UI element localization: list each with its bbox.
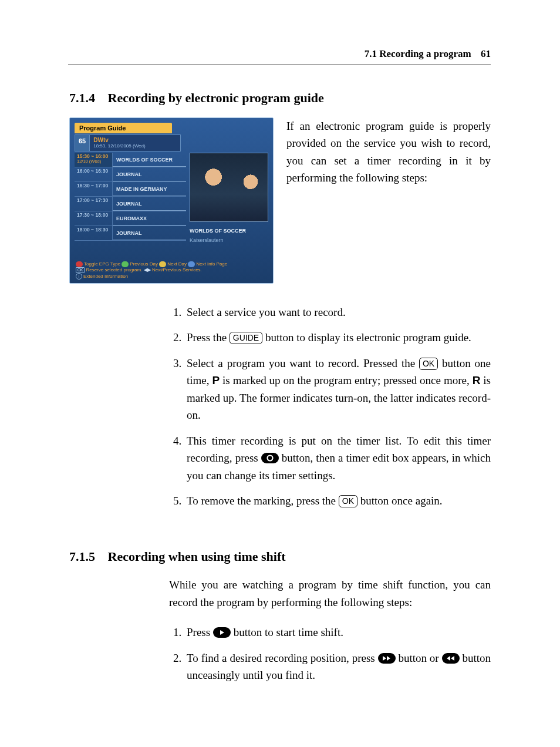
r-mark: R — [473, 374, 481, 386]
svg-marker-4 — [447, 656, 450, 661]
yellow-pill-icon — [159, 261, 166, 267]
header-page-number: 61 — [481, 48, 491, 59]
fast-forward-button-icon — [378, 653, 396, 664]
epg-channel-number: 65 — [75, 134, 90, 152]
step-4: This timer recording is put on the timer… — [184, 432, 491, 484]
epg-row-program: EUROMAXX — [113, 211, 186, 226]
epg-row-time: 18:00 ~ 18:30 — [75, 226, 113, 240]
svg-point-0 — [267, 456, 272, 461]
epg-program-list: 15:30 ~ 16:0012/10 (Wed) WORLDS OF SOCCE… — [75, 153, 186, 243]
epg-row-time: 17:30 ~ 18:00 — [75, 211, 113, 226]
epg-row-program: JOURNAL — [113, 226, 186, 240]
epg-channel-name: DWtv — [93, 137, 109, 143]
red-pill-icon — [76, 261, 83, 267]
svg-marker-2 — [383, 656, 386, 661]
steps-715: Press button to start time shift. To fin… — [169, 624, 491, 684]
section-7-1-5-heading: 7.1.5 Recording when using time shift — [69, 549, 491, 564]
section-title: Recording by electronic program guide — [108, 90, 324, 105]
epg-row: 17:00 ~ 17:30 JOURNAL — [75, 197, 186, 211]
epg-row-program: WORLDS OF SOCCER — [113, 153, 186, 167]
step-1: Press button to start time shift. — [184, 624, 491, 641]
epg-row-time: 17:00 ~ 17:30 — [75, 197, 113, 211]
guide-keycap: GUIDE — [230, 332, 262, 344]
step-5: To remove the marking, press the OK butt… — [184, 492, 491, 509]
ok-keycap: OK — [339, 495, 357, 507]
svg-marker-5 — [451, 656, 454, 661]
epg-row-date: 12/10 (Wed) — [77, 159, 110, 164]
blue-pill-icon — [188, 261, 195, 267]
ok-key-icon: OK — [76, 267, 85, 273]
info-key-icon: i — [76, 273, 82, 280]
epg-row: 17:30 ~ 18:00 EUROMAXX — [75, 211, 186, 226]
step-2: To find a desired recording position, pr… — [184, 650, 491, 684]
epg-row-program: JOURNAL — [113, 167, 186, 181]
intro-paragraph-714: If an electronic program guide is proper… — [286, 117, 491, 284]
svg-marker-3 — [387, 656, 390, 661]
section-7-1-4-heading: 7.1.4 Recording by electronic program gu… — [69, 90, 491, 106]
epg-preview-title: WORLDS OF SOCCER — [190, 228, 268, 234]
step-2: Press the GUIDE button to display its el… — [184, 329, 491, 346]
epg-row: 15:30 ~ 16:0012/10 (Wed) WORLDS OF SOCCE… — [75, 153, 186, 167]
header-section: 7.1 Recording a program — [365, 48, 471, 59]
epg-screenshot: Program Guide 65 DWtv 18:53, 12/10/2005 … — [69, 117, 274, 284]
ok-keycap: OK — [419, 358, 438, 370]
play-button-icon — [213, 627, 231, 638]
intro-paragraph-715: While you are watching a program by time… — [169, 576, 491, 611]
epg-row-program: MADE IN GERMANY — [113, 182, 186, 196]
green-pill-icon — [122, 261, 129, 267]
epg-legend: Toggle EPG Type Previous Day Next Day Ne… — [76, 261, 227, 280]
epg-row-program: JOURNAL — [113, 197, 186, 211]
epg-row-time: 16:30 ~ 17:00 — [75, 182, 113, 196]
epg-row: 16:30 ~ 17:00 MADE IN GERMANY — [75, 182, 186, 197]
section-number: 7.1.4 — [69, 90, 104, 106]
step-1: Select a service you want to record. — [184, 304, 491, 321]
epg-preview-pane: WORLDS OF SOCCER Kaiserslautern — [190, 153, 268, 243]
record-button-icon — [261, 453, 279, 463]
epg-channel-datetime: 18:53, 12/10/2005 (Wed) — [93, 143, 177, 149]
section-title: Recording when using time shift — [108, 549, 286, 564]
epg-preview-subtitle: Kaiserslautern — [190, 237, 268, 243]
header-rule — [68, 65, 491, 65]
section-number: 7.1.5 — [69, 549, 104, 564]
epg-preview-image — [190, 153, 268, 222]
epg-row: 16:00 ~ 16:30 JOURNAL — [75, 167, 186, 182]
epg-row: 18:00 ~ 18:30 JOURNAL — [75, 226, 186, 241]
p-mark: P — [212, 374, 220, 386]
rewind-button-icon — [442, 653, 460, 664]
epg-channel-info: DWtv 18:53, 12/10/2005 (Wed) — [90, 134, 181, 152]
step-3: Select a program you want to record. Pre… — [184, 355, 491, 424]
svg-marker-1 — [220, 630, 224, 635]
steps-714: Select a service you want to record. Pre… — [169, 304, 491, 509]
running-header: 7.1 Recording a program 61 — [365, 48, 491, 60]
epg-title: Program Guide — [75, 123, 172, 133]
epg-row-time: 16:00 ~ 16:30 — [75, 167, 113, 181]
